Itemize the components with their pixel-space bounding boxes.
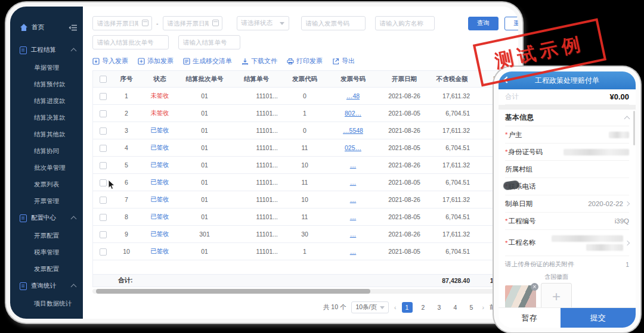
sidebar-item-invoicing-config[interactable]: 开票配置 (10, 227, 83, 244)
invoice-link[interactable]: … (350, 161, 357, 169)
row-checkbox[interactable] (100, 145, 107, 152)
row-checkbox[interactable] (100, 110, 107, 117)
invoice-link[interactable]: …5548 (343, 127, 363, 134)
cell-settle: 11101... (229, 179, 284, 186)
invoice-number-input[interactable] (301, 16, 366, 30)
cell-code: 11 (284, 179, 326, 186)
save-draft-button[interactable]: 暂存 (499, 308, 561, 328)
select-all-checkbox[interactable] (100, 76, 107, 83)
invoice-link[interactable]: … (350, 248, 357, 255)
sidebar-item-invoicing-mgmt[interactable]: 开票管理 (10, 192, 83, 209)
chevron-right-icon (625, 201, 630, 206)
page-button-1[interactable]: 1 (402, 302, 413, 313)
cell-settle: 11101... (229, 248, 284, 255)
row-checkbox[interactable] (100, 214, 107, 221)
print-invoice-button[interactable]: 打印发票 (287, 57, 323, 66)
remove-photo-icon[interactable]: × (531, 283, 538, 291)
next-page-button[interactable]: › (482, 304, 485, 311)
table-row: 2 未签收 01 11101... 1 802… 2021-08-05 6,70… (93, 105, 522, 122)
basic-info-section[interactable]: 基本信息 (505, 110, 629, 126)
sidebar-home-label: 首页 (32, 23, 44, 32)
sidebar-section-config-center[interactable]: 配置中心 (10, 209, 83, 227)
sidebar-item-progress-payment[interactable]: 结算进度款 (10, 92, 83, 109)
sidebar-item-tax-rate-mgmt[interactable]: 税率管理 (10, 244, 83, 260)
field-create-date[interactable]: 制单日期 2020-02-22 (505, 195, 629, 213)
cell-index: 10 (113, 248, 140, 255)
export-button[interactable]: 导出 (332, 57, 355, 66)
add-photo-button[interactable]: + (541, 283, 572, 310)
attachment-count: 1 (626, 261, 629, 268)
row-checkbox[interactable] (100, 127, 107, 135)
sidebar-item-invoice-config[interactable]: 发票配置 (10, 260, 83, 277)
generate-transfer-list-button[interactable]: 生成移交清单 (183, 57, 232, 66)
table-row: 5 已签收 01 11101... 10 … 2021-08-26 17,611… (93, 157, 522, 174)
status-select[interactable]: 请选择状态 (237, 16, 289, 30)
sidebar-item-document-mgmt[interactable]: 单据管理 (10, 59, 83, 76)
sidebar-item-other-payment[interactable]: 结算其他款 (10, 126, 83, 142)
field-project-code[interactable]: *工程编号 i39Q (505, 213, 629, 230)
cell-index: 8 (113, 213, 140, 220)
sidebar-section-settlement[interactable]: 工程结算 (10, 41, 83, 59)
scrollbar-thumb[interactable] (96, 289, 370, 294)
row-checkbox[interactable] (100, 179, 107, 186)
sidebar-item-batch-mgmt[interactable]: 批次单管理 (10, 159, 83, 176)
row-checkbox[interactable] (100, 197, 107, 204)
field-project-name[interactable]: *工程名称 (505, 230, 629, 256)
cell-index: 5 (113, 161, 140, 169)
redacted-value (552, 235, 623, 242)
section-label: 工程结算 (31, 46, 56, 54)
submit-button[interactable]: 提交 (561, 308, 636, 328)
id-photo-thumbnail[interactable]: × (505, 285, 536, 310)
invoice-link[interactable]: …48 (346, 92, 360, 99)
invoice-link[interactable]: 025… (345, 144, 361, 151)
buyer-name-input[interactable] (375, 16, 435, 30)
table-row: 4 已签收 01 11101... 11 025… 2021-08-05 6,7… (93, 139, 522, 157)
sidebar-item-settlement-collab[interactable]: 结算协同 (10, 142, 83, 159)
search-button[interactable]: 查询 (468, 17, 499, 30)
invoice-link[interactable]: … (350, 213, 357, 220)
download-file-button[interactable]: 下载文件 (242, 57, 277, 66)
settlement-number-input[interactable] (178, 35, 240, 49)
cell-index: 2 (113, 110, 140, 117)
cell-code: 11 (284, 213, 326, 220)
sidebar-item-invoice-list[interactable]: 发票列表 (10, 176, 83, 192)
invoice-link[interactable]: … (350, 179, 357, 186)
row-checkbox[interactable] (100, 248, 107, 256)
row-checkbox[interactable] (100, 162, 107, 169)
invoice-link[interactable]: 802… (345, 110, 361, 117)
printer-icon (287, 58, 294, 65)
add-invoice-button[interactable]: 添加发票 (138, 57, 174, 66)
sidebar-item-prepayment[interactable]: 结算预付款 (10, 76, 83, 92)
cell-batch: 01 (180, 161, 229, 169)
mobile-scrollbar[interactable] (633, 111, 635, 145)
sidebar-item-home[interactable]: 首页 (10, 20, 83, 35)
page-button-5[interactable]: 5 (466, 302, 477, 313)
invoice-link[interactable]: … (350, 231, 357, 238)
page-button-4[interactable]: 4 (450, 302, 461, 313)
settlement-batch-input[interactable] (92, 35, 169, 49)
prev-page-button[interactable]: ‹ (394, 304, 397, 311)
cell-date: 2021-08-05 (380, 213, 428, 220)
field-owner[interactable]: *户主 (505, 126, 629, 144)
field-village-group[interactable]: 所属村组 (505, 161, 629, 178)
collapse-sidebar-icon[interactable] (69, 24, 77, 31)
field-phone-number[interactable]: *联系电话 (505, 178, 629, 195)
cell-settle: 11101... (229, 144, 284, 151)
cell-batch: 01 (180, 179, 229, 186)
sidebar-item-project-data-stats[interactable]: 项目数据统计 (10, 295, 83, 312)
chevron-right-icon (625, 240, 630, 245)
reset-button[interactable]: 重置 (504, 17, 522, 30)
page-button-3[interactable]: 3 (434, 302, 445, 313)
sidebar-section-query-stats[interactable]: 查询统计 (10, 277, 83, 295)
row-checkbox[interactable] (100, 93, 107, 100)
page-button-2[interactable]: 2 (418, 302, 429, 313)
import-invoice-button[interactable]: 导入发票 (92, 57, 128, 66)
sidebar-item-final-payment[interactable]: 结算决算款 (10, 109, 83, 126)
field-id-number[interactable]: *身份证号码 (505, 144, 629, 161)
cell-date: 2021-08-05 (380, 179, 428, 186)
horizontal-scrollbar[interactable] (92, 289, 522, 294)
row-checkbox[interactable] (100, 231, 107, 238)
main-app-window: 首页 工程结算 单据管理 结算预付款 结算进度款 结算决算款 结算其他款 结算协… (6, 2, 522, 323)
page-size-select[interactable]: 10条/页 (351, 301, 389, 313)
invoice-link[interactable]: … (350, 196, 357, 203)
